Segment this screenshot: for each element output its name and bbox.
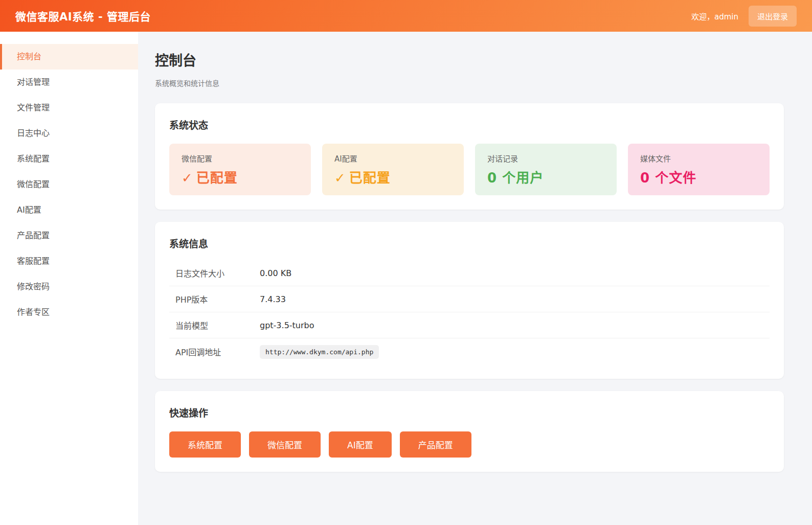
api-callback-url: http://www.dkym.com/api.php xyxy=(260,345,379,359)
info-label: 日志文件大小 xyxy=(175,267,260,279)
check-icon: ✓ xyxy=(334,170,346,186)
product-config-button[interactable]: 产品配置 xyxy=(400,431,471,458)
sidebar-item-change-password[interactable]: 修改密码 xyxy=(0,274,138,300)
sidebar: 控制台 对话管理 文件管理 日志中心 系统配置 微信配置 AI配置 产品配置 客… xyxy=(0,32,138,525)
info-row-log-size: 日志文件大小 0.00 KB xyxy=(169,260,770,286)
header-right: 欢迎，admin 退出登录 xyxy=(691,6,797,27)
system-status-title: 系统状态 xyxy=(169,118,770,131)
stat-label: 对话记录 xyxy=(487,153,604,164)
info-value: 0.00 KB xyxy=(260,268,291,278)
system-config-button[interactable]: 系统配置 xyxy=(169,431,241,458)
info-label: PHP版本 xyxy=(175,293,260,305)
info-label: 当前模型 xyxy=(175,319,260,331)
stat-value: ✓已配置 xyxy=(334,167,452,186)
stat-value: 0 个文件 xyxy=(640,167,757,186)
top-header: 微信客服AI系统 - 管理后台 欢迎，admin 退出登录 xyxy=(0,0,812,32)
page-subtitle: 系统概览和统计信息 xyxy=(155,78,784,88)
actions-row: 系统配置 微信配置 AI配置 产品配置 xyxy=(169,431,770,458)
quick-actions-title: 快速操作 xyxy=(169,405,770,419)
system-info-card: 系统信息 日志文件大小 0.00 KB PHP版本 7.4.33 当前模型 gp… xyxy=(155,222,784,379)
system-info-title: 系统信息 xyxy=(169,236,770,250)
stat-wechat-config: 微信配置 ✓已配置 xyxy=(169,144,311,195)
sidebar-item-system-config[interactable]: 系统配置 xyxy=(0,146,138,172)
sidebar-item-wechat-config[interactable]: 微信配置 xyxy=(0,172,138,197)
system-status-card: 系统状态 微信配置 ✓已配置 AI配置 ✓已配置 对话记录 0 个用户 媒体文件… xyxy=(155,103,784,210)
sidebar-item-logs[interactable]: 日志中心 xyxy=(0,121,138,146)
welcome-text: 欢迎，admin xyxy=(691,11,738,21)
stat-value: ✓已配置 xyxy=(182,167,299,186)
info-label: API回调地址 xyxy=(175,346,260,358)
app-title: 微信客服AI系统 - 管理后台 xyxy=(15,8,151,24)
stat-ai-config: AI配置 ✓已配置 xyxy=(322,144,464,195)
logout-button[interactable]: 退出登录 xyxy=(749,6,797,27)
main-content: 控制台 系统概览和统计信息 系统状态 微信配置 ✓已配置 AI配置 ✓已配置 对… xyxy=(138,32,812,505)
info-value: gpt-3.5-turbo xyxy=(260,321,314,330)
sidebar-item-files[interactable]: 文件管理 xyxy=(0,95,138,121)
stat-value-text: 已配置 xyxy=(349,170,391,186)
stat-chat-records: 对话记录 0 个用户 xyxy=(475,144,617,195)
sidebar-item-console[interactable]: 控制台 xyxy=(0,44,138,70)
stat-media-files: 媒体文件 0 个文件 xyxy=(628,144,770,195)
sidebar-item-conversations[interactable]: 对话管理 xyxy=(0,70,138,95)
stat-label: AI配置 xyxy=(334,153,452,164)
check-icon: ✓ xyxy=(182,170,193,186)
ai-config-button[interactable]: AI配置 xyxy=(329,431,392,458)
wechat-config-button[interactable]: 微信配置 xyxy=(249,431,321,458)
stat-value: 0 个用户 xyxy=(487,167,604,186)
stat-label: 媒体文件 xyxy=(640,153,757,164)
info-row-current-model: 当前模型 gpt-3.5-turbo xyxy=(169,312,770,338)
info-row-api-callback: API回调地址 http://www.dkym.com/api.php xyxy=(169,338,770,364)
sidebar-item-author-zone[interactable]: 作者专区 xyxy=(0,300,138,325)
sidebar-item-ai-config[interactable]: AI配置 xyxy=(0,197,138,223)
stat-value-text: 已配置 xyxy=(196,170,238,186)
sidebar-item-product-config[interactable]: 产品配置 xyxy=(0,223,138,248)
sidebar-item-service-config[interactable]: 客服配置 xyxy=(0,248,138,274)
stat-label: 微信配置 xyxy=(182,153,299,164)
info-row-php-version: PHP版本 7.4.33 xyxy=(169,286,770,312)
system-info-table: 日志文件大小 0.00 KB PHP版本 7.4.33 当前模型 gpt-3.5… xyxy=(169,260,770,364)
info-value: 7.4.33 xyxy=(260,294,286,304)
quick-actions-card: 快速操作 系统配置 微信配置 AI配置 产品配置 xyxy=(155,391,784,472)
stats-row: 微信配置 ✓已配置 AI配置 ✓已配置 对话记录 0 个用户 媒体文件 0 个文… xyxy=(169,144,770,195)
page-title: 控制台 xyxy=(155,50,784,70)
